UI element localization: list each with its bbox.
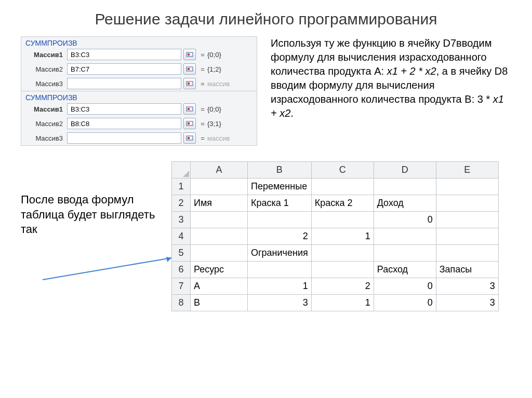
equals-label: = [196,134,205,142]
cell[interactable] [374,179,436,195]
cell[interactable]: 2 [248,228,312,245]
cell[interactable] [311,179,374,195]
cell[interactable]: 0 [374,212,436,228]
cell[interactable]: 0 [374,278,436,295]
cell[interactable]: 3 [436,278,498,295]
cell[interactable] [436,179,498,195]
array1-input[interactable] [67,103,181,115]
desc-part: . [290,107,294,119]
row-header[interactable]: 2 [172,195,191,212]
arg-row: Массив3 = массив [21,131,257,145]
arg-row: Массив1 = {0;0} [21,47,257,62]
equals-label: = [196,105,205,113]
array3-input[interactable] [67,132,181,144]
collapse-refedit-icon[interactable] [183,49,196,60]
cell[interactable]: Имя [191,195,248,212]
cell[interactable] [191,212,248,228]
cell[interactable]: Запасы [436,262,498,278]
collapse-refedit-icon[interactable] [183,103,196,115]
cell[interactable]: A [191,278,248,295]
spreadsheet-table: A B C D E 1 Переменные 2 Имя Краска 1 Кр… [171,161,499,311]
svg-rect-3 [188,68,190,70]
cell[interactable] [248,212,312,228]
array2-input[interactable] [67,118,181,129]
cell[interactable] [311,212,374,228]
cell[interactable]: 1 [311,228,374,245]
cell[interactable]: 3 [248,295,312,311]
cell[interactable] [436,212,498,228]
col-header-E[interactable]: E [436,162,498,179]
select-all-corner[interactable] [172,162,191,179]
desc-formula: x1 + 2 * x2 [387,65,436,77]
cell[interactable]: Расход [374,262,436,278]
collapse-refedit-icon[interactable] [183,118,196,129]
arg-row: Массив2 = {3;1} [21,116,257,131]
col-header-A[interactable]: A [191,162,248,179]
equals-label: = [196,65,205,73]
cell[interactable]: Ограничения [248,245,312,262]
svg-rect-5 [188,83,190,85]
cell[interactable] [248,262,312,278]
cell[interactable] [191,228,248,245]
arg-label: Массив3 [25,134,67,142]
equals-label: = [196,80,205,88]
row-header[interactable]: 3 [172,212,191,228]
function-args-panel: СУММПРОИЗВ Массив1 = {0;0} Массив2 = {1;… [21,36,257,146]
cell[interactable]: 3 [436,295,498,311]
row-header[interactable]: 4 [172,228,191,245]
description-text: Используя ту же функцию в ячейку D7вводи… [271,36,511,120]
cell[interactable] [374,228,436,245]
function-name: СУММПРОИЗВ [21,91,257,102]
arg-row: Массив1 = {0;0} [21,102,257,116]
arg-result: массив [205,134,230,142]
sumproduct-dialog-1: СУММПРОИЗВ Массив1 = {0;0} Массив2 = {1;… [21,37,257,91]
cell[interactable] [436,228,498,245]
svg-rect-1 [188,53,190,56]
cell[interactable]: 1 [248,278,312,295]
table-row: 1 Переменные [172,179,499,195]
table-row: 8 B 3 1 0 3 [172,295,499,311]
cell[interactable] [436,195,498,212]
cell[interactable]: Ресурс [191,262,248,278]
array3-input[interactable] [67,78,181,89]
cell[interactable]: 1 [311,295,374,311]
collapse-refedit-icon[interactable] [183,78,196,89]
row-header[interactable]: 1 [172,179,191,195]
cell[interactable] [191,179,248,195]
cell[interactable]: B [191,295,248,311]
cell[interactable]: 0 [374,295,436,311]
col-header-B[interactable]: B [248,162,312,179]
cell[interactable]: Переменные [248,179,312,195]
cell[interactable]: 2 [311,278,374,295]
arg-result: {1;2} [205,65,221,73]
arg-label: Массив3 [25,80,67,88]
array1-input[interactable] [67,49,181,60]
row-header[interactable]: 8 [172,295,191,311]
arg-label: Массив2 [25,120,67,128]
col-header-D[interactable]: D [374,162,436,179]
cell[interactable] [311,262,374,278]
equals-label: = [196,51,205,59]
table-row: 7 A 1 2 0 3 [172,278,499,295]
arg-result: массив [205,80,230,88]
arg-result: {0;0} [205,105,221,113]
collapse-refedit-icon[interactable] [183,63,196,75]
svg-rect-7 [188,108,190,110]
note-text: После ввода формул таблица будет выгляде… [21,193,166,237]
col-header-C[interactable]: C [311,162,374,179]
cell[interactable] [374,245,436,262]
cell[interactable] [311,245,374,262]
cell[interactable] [436,245,498,262]
array2-input[interactable] [67,63,181,75]
cell[interactable]: Краска 1 [248,195,312,212]
cell[interactable] [191,245,248,262]
cell[interactable]: Доход [374,195,436,212]
arg-row: Массив2 = {1;2} [21,62,257,76]
page-title: Решение задачи линейного программировани… [21,10,511,28]
table-row: 4 2 1 [172,228,499,245]
arg-row: Массив3 = массив [21,76,257,91]
collapse-refedit-icon[interactable] [183,132,196,144]
cell[interactable]: Краска 2 [311,195,374,212]
arg-result: {0;0} [205,51,221,59]
sumproduct-dialog-2: СУММПРОИЗВ Массив1 = {0;0} Массив2 = {3;… [21,91,257,145]
